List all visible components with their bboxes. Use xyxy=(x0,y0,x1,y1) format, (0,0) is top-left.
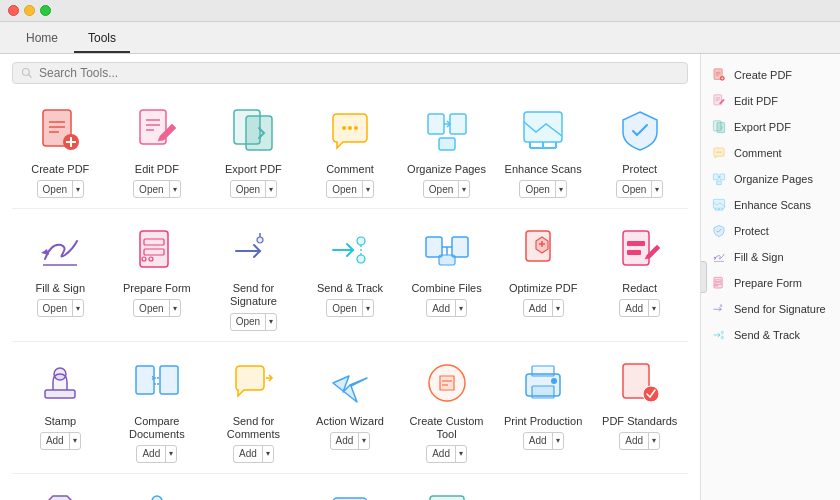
tool-item-fill-sign[interactable]: Fill & SignOpen▾ xyxy=(12,213,109,336)
create-custom-button-arrow: ▾ xyxy=(455,446,466,462)
tool-item-combine-files[interactable]: Combine FilesAdd▾ xyxy=(398,213,495,336)
edit-pdf-button[interactable]: Open▾ xyxy=(133,180,180,198)
tool-item-action-wizard[interactable]: Action WizardAdd▾ xyxy=(302,346,399,469)
tool-item-comment[interactable]: CommentOpen▾ xyxy=(302,94,399,204)
tool-item-send-track[interactable]: Send & TrackOpen▾ xyxy=(302,213,399,336)
tab-tools[interactable]: Tools xyxy=(74,27,130,53)
minimize-button[interactable] xyxy=(24,5,35,16)
tool-item-prepare-form[interactable]: Prepare FormOpen▾ xyxy=(109,213,206,336)
rp-item-prepare-form[interactable]: Prepare Form xyxy=(701,270,840,296)
tool-item-edit-pdf[interactable]: Edit PDFOpen▾ xyxy=(109,94,206,204)
tool-item-measure[interactable]: MeasureAdd▾ xyxy=(495,478,592,500)
fill-sign-button[interactable]: Open▾ xyxy=(37,299,84,317)
tool-item-certificates[interactable]: CertificatesAdd▾ xyxy=(12,478,109,500)
comment-button[interactable]: Open▾ xyxy=(326,180,373,198)
rp-item-fill-sign[interactable]: Fill & Sign xyxy=(701,244,840,270)
send-track-button-label: Open xyxy=(327,303,361,314)
send-signature-button[interactable]: Open▾ xyxy=(230,313,277,331)
protect-button[interactable]: Open▾ xyxy=(616,180,663,198)
maximize-button[interactable] xyxy=(40,5,51,16)
rp-item-send-track[interactable]: Send & Track xyxy=(701,322,840,348)
rp-item-protect[interactable]: Protect xyxy=(701,218,840,244)
rich-media-icon xyxy=(226,488,280,500)
prepare-form-button[interactable]: Open▾ xyxy=(133,299,180,317)
optimize-pdf-button[interactable]: Add▾ xyxy=(523,299,564,317)
tool-item-send-comments[interactable]: Send for CommentsAdd▾ xyxy=(205,346,302,469)
tool-item-accessibility[interactable]: AccessibilityAdd▾ xyxy=(109,478,206,500)
close-button[interactable] xyxy=(8,5,19,16)
collapse-button[interactable]: › xyxy=(700,261,707,293)
tool-item-compare-docs[interactable]: Compare DocumentsAdd▾ xyxy=(109,346,206,469)
comment-icon xyxy=(323,104,377,158)
compare-docs-button[interactable]: Add▾ xyxy=(136,445,177,463)
rp-item-send-signature[interactable]: Send for Signature xyxy=(701,296,840,322)
tool-item-send-signature[interactable]: Send for SignatureOpen▾ xyxy=(205,213,302,336)
send-signature-icon xyxy=(226,223,280,277)
pdf-standards-button-label: Add xyxy=(620,435,648,446)
send-signature-button-label: Open xyxy=(231,316,265,327)
redact-button[interactable]: Add▾ xyxy=(619,299,660,317)
send-comments-button-label: Add xyxy=(234,448,262,459)
svg-point-55 xyxy=(551,378,557,384)
tool-item-redact[interactable]: RedactAdd▾ xyxy=(591,213,688,336)
rp-item-edit-pdf[interactable]: Edit PDF xyxy=(701,88,840,114)
fill-sign-icon xyxy=(33,223,87,277)
tool-item-export-pdf[interactable]: Export PDFOpen▾ xyxy=(205,94,302,204)
create-pdf-button[interactable]: Open▾ xyxy=(37,180,84,198)
pdf-standards-button[interactable]: Add▾ xyxy=(619,432,660,450)
svg-rect-20 xyxy=(450,114,466,134)
send-track-icon xyxy=(323,223,377,277)
svg-point-17 xyxy=(348,126,352,130)
create-custom-button-label: Add xyxy=(427,448,455,459)
svg-rect-47 xyxy=(160,366,178,394)
organize-pages-button[interactable]: Open▾ xyxy=(423,180,470,198)
edit-pdf-label: Edit PDF xyxy=(135,163,179,176)
tool-item-create-custom[interactable]: Create Custom ToolAdd▾ xyxy=(398,346,495,469)
export-pdf-button[interactable]: Open▾ xyxy=(230,180,277,198)
pdf-standards-label: PDF Standards xyxy=(602,415,677,428)
right-panel: › Create PDFEdit PDFExport PDFCommentOrg… xyxy=(700,54,840,500)
svg-rect-21 xyxy=(439,138,455,150)
search-input[interactable] xyxy=(39,66,189,80)
rp-item-comment[interactable]: Comment xyxy=(701,140,840,166)
tool-item-rich-media[interactable]: Rich MediaAdd▾ xyxy=(205,478,302,500)
tab-home[interactable]: Home xyxy=(12,27,72,53)
svg-point-35 xyxy=(357,255,365,263)
send-signature-button-arrow: ▾ xyxy=(265,314,276,330)
tool-item-javascript[interactable]: </>JavaScriptAdd▾ xyxy=(302,478,399,500)
tool-item-protect[interactable]: ProtectOpen▾ xyxy=(591,94,688,204)
tool-item-stamp[interactable]: StampAdd▾ xyxy=(12,346,109,469)
svg-point-107 xyxy=(721,331,723,333)
create-custom-button[interactable]: Add▾ xyxy=(426,445,467,463)
search-bar[interactable] xyxy=(12,62,688,84)
tool-item-index[interactable]: IndexAdd▾ xyxy=(398,478,495,500)
right-panel-list: Create PDFEdit PDFExport PDFCommentOrgan… xyxy=(701,62,840,348)
create-pdf-button-label: Open xyxy=(38,184,72,195)
print-production-button[interactable]: Add▾ xyxy=(523,432,564,450)
action-wizard-button[interactable]: Add▾ xyxy=(330,432,371,450)
send-comments-button[interactable]: Add▾ xyxy=(233,445,274,463)
tool-item-pdf-standards[interactable]: PDF StandardsAdd▾ xyxy=(591,346,688,469)
rp-item-export-pdf[interactable]: Export PDF xyxy=(701,114,840,140)
rp-item-enhance-scans[interactable]: Enhance Scans xyxy=(701,192,840,218)
combine-files-button[interactable]: Add▾ xyxy=(426,299,467,317)
send-track-button[interactable]: Open▾ xyxy=(326,299,373,317)
prepare-form-button-label: Open xyxy=(134,303,168,314)
tool-item-print-production[interactable]: Print ProductionAdd▾ xyxy=(495,346,592,469)
rp-item-create-pdf[interactable]: Create PDF xyxy=(701,62,840,88)
tool-item-create-pdf[interactable]: Create PDFOpen▾ xyxy=(12,94,109,204)
send-comments-button-arrow: ▾ xyxy=(262,446,273,462)
rp-item-organize-pages[interactable]: Organize Pages xyxy=(701,166,840,192)
send-comments-icon xyxy=(226,356,280,410)
protect-icon xyxy=(613,104,667,158)
organize-pages-icon xyxy=(420,104,474,158)
tool-item-optimize-pdf[interactable]: Optimize PDFAdd▾ xyxy=(495,213,592,336)
rp-enhance-scans-icon xyxy=(711,197,727,213)
enhance-scans-button[interactable]: Open▾ xyxy=(519,180,566,198)
stamp-button[interactable]: Add▾ xyxy=(40,432,81,450)
tool-item-organize-pages[interactable]: Organize PagesOpen▾ xyxy=(398,94,495,204)
svg-point-0 xyxy=(23,69,30,76)
tool-item-enhance-scans[interactable]: Enhance ScansOpen▾ xyxy=(495,94,592,204)
combine-files-button-label: Add xyxy=(427,303,455,314)
pdf-standards-button-arrow: ▾ xyxy=(648,433,659,449)
